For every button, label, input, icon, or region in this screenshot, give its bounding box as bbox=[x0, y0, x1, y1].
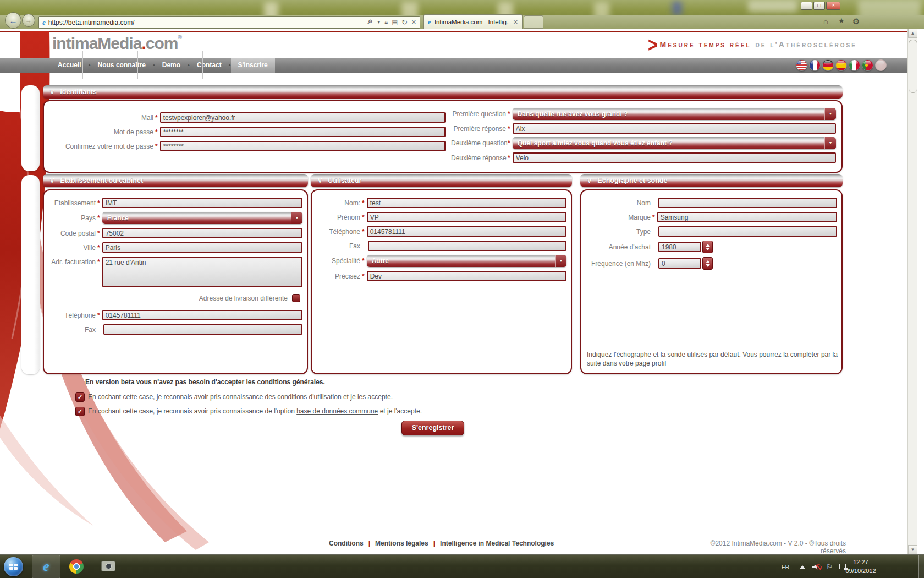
nav-item-contact[interactable]: Contact bbox=[190, 58, 229, 73]
search-icon[interactable]: 🔎︎ bbox=[367, 19, 373, 25]
spinner-down-icon[interactable] bbox=[706, 248, 710, 250]
site-logo[interactable]: intimaMedia.com® bbox=[52, 34, 182, 53]
spinner-up-icon[interactable] bbox=[706, 244, 710, 247]
question2-select[interactable]: Quel sport aimiez vous quand vous étiez … bbox=[513, 137, 836, 149]
type-input[interactable] bbox=[658, 226, 837, 237]
taskbar-ie-button[interactable]: e bbox=[32, 555, 61, 578]
telephone-utilisateur-input[interactable] bbox=[367, 226, 566, 237]
new-tab-button[interactable] bbox=[524, 15, 543, 29]
compatibility-view-icon[interactable]: ▤ bbox=[392, 19, 397, 25]
home-icon[interactable]: ⌂ bbox=[823, 17, 828, 26]
flag-portugal-icon[interactable] bbox=[862, 59, 873, 71]
senregistrer-button[interactable]: S'enregistrer bbox=[402, 421, 464, 435]
frequence-spinner[interactable] bbox=[702, 257, 713, 270]
close-window-button[interactable]: ✕ bbox=[826, 2, 840, 10]
chevron-down-icon[interactable] bbox=[291, 212, 302, 224]
collapse-chevron-icon[interactable]: V bbox=[50, 177, 54, 184]
section-header-utilisateur[interactable]: V Utilisateur bbox=[311, 174, 572, 187]
scroll-down-arrow-icon[interactable]: ▼ bbox=[908, 545, 917, 554]
footer-link-mentions-legales[interactable]: Mentions légales bbox=[375, 539, 428, 547]
nom-echographe-input[interactable] bbox=[658, 198, 837, 208]
mail-input[interactable] bbox=[160, 112, 446, 123]
collapse-chevron-icon[interactable]: V bbox=[318, 177, 322, 184]
tab-close-icon[interactable]: ✕ bbox=[513, 19, 518, 26]
scrollbar-thumb[interactable] bbox=[909, 40, 917, 93]
chevron-down-icon[interactable] bbox=[824, 108, 836, 120]
answer2-input[interactable] bbox=[513, 152, 836, 163]
spinner-down-icon[interactable] bbox=[706, 264, 710, 267]
conditions-checkbox[interactable]: ✓ bbox=[75, 392, 85, 402]
confirm-password-input[interactable] bbox=[160, 141, 446, 151]
panel-identifiants: Mail * Mot de passe * Confirmez votre mo… bbox=[43, 100, 843, 173]
answer1-input[interactable] bbox=[513, 123, 836, 134]
conditions-utilisation-link[interactable]: conditions d'utilisation bbox=[277, 393, 341, 401]
flag-france-icon[interactable] bbox=[809, 59, 821, 71]
flag-usa-icon[interactable] bbox=[796, 59, 807, 71]
nav-item-demo[interactable]: Demo bbox=[155, 58, 188, 73]
spinner-up-icon[interactable] bbox=[706, 260, 710, 263]
base-donnees-checkbox[interactable]: ✓ bbox=[75, 407, 85, 416]
nav-item-nous-connaitre[interactable]: Nous connaître bbox=[91, 58, 153, 73]
scroll-up-arrow-icon[interactable]: ▲ bbox=[908, 29, 917, 38]
password-input[interactable] bbox=[160, 127, 446, 137]
precisez-input[interactable] bbox=[367, 271, 566, 281]
internet-explorer-icon: e bbox=[32, 555, 60, 577]
annee-achat-input[interactable] bbox=[658, 242, 701, 252]
taskbar-screenshot-button[interactable] bbox=[97, 555, 120, 578]
vertical-scrollbar[interactable]: ▲ ▼ bbox=[908, 29, 917, 554]
ville-input[interactable] bbox=[102, 242, 302, 253]
show-desktop-button[interactable] bbox=[919, 555, 924, 578]
question1-select[interactable]: Dans quelle rue avez vous grandi ? bbox=[513, 108, 836, 120]
fax-input[interactable] bbox=[103, 324, 302, 335]
refresh-icon[interactable]: ↻ bbox=[402, 19, 408, 26]
section-header-identifiants[interactable]: V Identifiants bbox=[43, 85, 843, 99]
section-header-echographe[interactable]: V Echographe et sonde bbox=[580, 174, 843, 187]
favorites-star-icon[interactable]: ★ bbox=[838, 17, 845, 25]
back-button[interactable]: ← bbox=[5, 12, 21, 29]
telephone-label: Téléphone bbox=[316, 228, 362, 236]
marque-input[interactable] bbox=[657, 212, 837, 222]
base-donnees-link[interactable]: base de données commune bbox=[296, 407, 378, 415]
flag-spain-icon[interactable] bbox=[835, 59, 847, 71]
adresse-facturation-textarea[interactable]: 21 rue d'Antin bbox=[102, 257, 302, 287]
tray-expand-arrow-icon[interactable] bbox=[798, 555, 807, 578]
flag-germany-icon[interactable] bbox=[822, 59, 834, 71]
nom-input[interactable] bbox=[367, 198, 566, 208]
telephone-input[interactable] bbox=[102, 310, 302, 320]
maximize-button[interactable]: ▢ bbox=[813, 2, 825, 10]
nav-item-sinscrire[interactable]: S'inscrire bbox=[231, 58, 275, 73]
frequence-input[interactable] bbox=[658, 258, 701, 269]
minimize-button[interactable]: — bbox=[801, 2, 812, 10]
annee-achat-spinner[interactable] bbox=[702, 241, 713, 253]
search-dropdown-chevron-icon[interactable]: ▼ bbox=[377, 20, 381, 25]
footer-link-conditions[interactable]: Conditions bbox=[329, 539, 364, 547]
start-button[interactable] bbox=[4, 557, 23, 576]
browser-tab[interactable]: e IntimaMedia.com - Intellig... ✕ bbox=[424, 14, 522, 29]
volume-muted-icon[interactable] bbox=[810, 555, 822, 578]
language-indicator[interactable]: FR bbox=[779, 555, 792, 578]
stop-icon[interactable]: ✕ bbox=[411, 19, 416, 25]
collapse-chevron-icon[interactable]: V bbox=[50, 89, 54, 95]
pays-select[interactable]: France bbox=[102, 212, 302, 224]
livraison-checkbox[interactable] bbox=[292, 294, 300, 302]
taskbar-chrome-button[interactable] bbox=[65, 555, 88, 578]
tray-clock[interactable]: 12:27 09/10/2012 bbox=[842, 558, 880, 575]
specialite-select[interactable]: Autre bbox=[367, 255, 566, 267]
etablissement-input[interactable] bbox=[102, 198, 302, 208]
fax-utilisateur-input[interactable] bbox=[368, 241, 566, 251]
nav-divider bbox=[138, 51, 138, 79]
chevron-down-icon[interactable] bbox=[824, 137, 836, 149]
action-center-flag-icon[interactable]: ⚐ bbox=[824, 555, 835, 578]
prenom-input[interactable] bbox=[367, 212, 566, 222]
code-postal-input[interactable] bbox=[102, 228, 302, 238]
flag-italy-icon[interactable] bbox=[849, 59, 860, 71]
section-header-etablissement[interactable]: V Etablissement ou cabinet bbox=[43, 174, 308, 187]
collapse-chevron-icon[interactable]: V bbox=[587, 177, 591, 184]
url-text[interactable]: https://beta.intimamedia.com/ bbox=[48, 19, 363, 26]
chevron-down-icon[interactable] bbox=[555, 255, 566, 267]
tools-gear-icon[interactable]: ⚙ bbox=[853, 17, 860, 26]
footer-link-imt[interactable]: Intelligence in Medical Technologies bbox=[440, 539, 554, 547]
logo-tld-text: com bbox=[146, 34, 178, 52]
forward-button[interactable]: → bbox=[22, 14, 35, 27]
address-bar[interactable]: e https://beta.intimamedia.com/ 🔎︎ ▼ 🔒︎ … bbox=[38, 16, 420, 29]
